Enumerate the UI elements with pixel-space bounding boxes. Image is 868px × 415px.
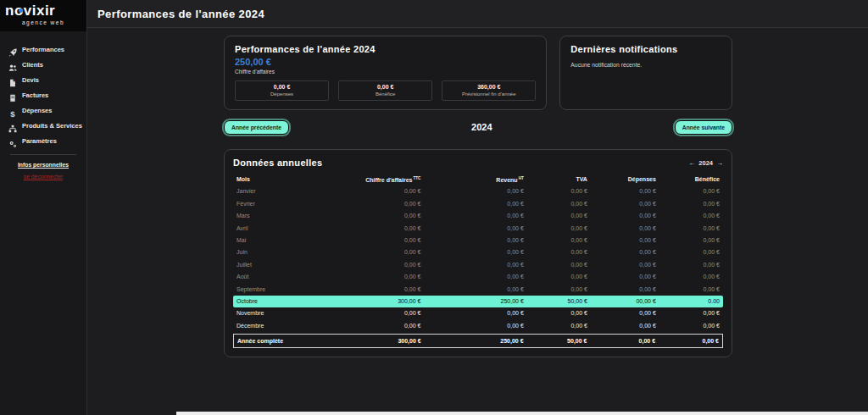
value-cell: 0,00 €: [527, 246, 591, 258]
value-cell: 0,00 €: [659, 259, 723, 271]
value-cell: 0,00 €: [591, 259, 659, 271]
table-year-label: 2024: [698, 159, 713, 167]
previous-year-button[interactable]: Année précédente: [224, 120, 289, 135]
metric-label: Bénéfice: [341, 91, 430, 97]
sidebar-item-clients[interactable]: Clients: [0, 57, 86, 72]
value-cell: 0,00 €: [527, 210, 591, 222]
column-label: Chiffre d'affaires: [365, 177, 412, 183]
value-cell: 0,00 €: [527, 259, 591, 271]
value-cell: 0,00 €: [527, 271, 591, 283]
column-sup: HT: [519, 176, 524, 180]
notifications-empty-text: Aucune notification récente.: [570, 62, 721, 68]
table-row-mars[interactable]: Mars0,00 €0,00 €0,00 €0,00 €0,00 €: [233, 210, 723, 222]
value-cell: 0,00 €: [424, 185, 526, 197]
column-label: Dépenses: [628, 176, 656, 182]
total-value-cell: 50,00 €: [527, 334, 591, 348]
column-header: TVA: [527, 174, 591, 185]
sidebar-item-parametres[interactable]: Paramètres: [0, 133, 86, 148]
table-body: Janvier0,00 €0,00 €0,00 €0,00 €0,00 €Fév…: [233, 185, 723, 332]
month-cell: Février: [233, 198, 331, 210]
column-label: Bénéfice: [695, 176, 720, 182]
sidebar-item-devis[interactable]: Devis: [0, 72, 86, 87]
notifications-card-title: Dernières notifications: [570, 44, 721, 54]
total-value-cell: 300,00 €: [331, 334, 424, 348]
sidebar-divider: [10, 154, 76, 155]
sidebar-item-label: Clients: [22, 61, 43, 69]
column-label: Revenu: [496, 177, 517, 183]
current-year-label: 2024: [471, 122, 492, 132]
month-cell: Juillet: [233, 259, 331, 271]
table-row-janvier[interactable]: Janvier0,00 €0,00 €0,00 €0,00 €0,00 €: [233, 185, 723, 197]
table-row-mai[interactable]: Mai0,00 €0,00 €0,00 €0,00 €0,00 €: [233, 235, 723, 246]
table-row-juillet[interactable]: Juillet0,00 €0,00 €0,00 €0,00 €0,00 €: [233, 259, 723, 271]
value-cell: 0,00 €: [659, 223, 723, 235]
month-cell: Novembre: [233, 307, 331, 319]
value-cell: 0.00: [659, 296, 723, 307]
table-row-décembre[interactable]: Décembre0,00 €0,00 €0,00 €0,00 €0,00 €: [233, 320, 723, 332]
sidebar-item-label: Factures: [22, 91, 48, 99]
value-cell: 0,00 €: [331, 198, 425, 210]
table-row-août[interactable]: Août0,00 €0,00 €0,00 €0,00 €0,00 €: [233, 271, 723, 283]
dollar-icon: $: [8, 106, 17, 114]
value-cell: 0,00 €: [331, 210, 425, 222]
metric-box: 0,00 €Dépenses: [235, 80, 329, 101]
next-year-button[interactable]: Année suivante: [675, 120, 732, 135]
value-cell: 0,00 €: [591, 185, 659, 197]
horizontal-scrollbar[interactable]: [176, 412, 868, 415]
document-icon: [8, 75, 17, 84]
sidebar-menu: PerformancesClientsDevisFactures$Dépense…: [0, 42, 86, 148]
sidebar-item-depenses[interactable]: $Dépenses: [0, 102, 86, 118]
value-cell: 0,00 €: [527, 223, 591, 235]
performance-card-title: Performances de l'année 2024: [235, 44, 536, 54]
column-header: Mois: [233, 174, 331, 185]
column-label: Mois: [236, 176, 250, 182]
value-cell: 0,00 €: [591, 284, 659, 296]
notifications-card: Dernières notifications Aucune notificat…: [559, 36, 732, 110]
value-cell: 300,00 €: [331, 296, 425, 307]
table-row-février[interactable]: Février0,00 €0,00 €0,00 €0,00 €0,00 €: [233, 198, 723, 210]
column-header: Bénéfice: [659, 174, 723, 185]
value-cell: 0,00 €: [591, 235, 659, 246]
value-cell: 0,00 €: [424, 198, 526, 210]
value-cell: 0,00 €: [591, 271, 659, 283]
table-row-octobre[interactable]: Octobre300,00 €250,00 €50,00 €00,00 €0.0…: [233, 296, 723, 307]
sidebar-item-performances[interactable]: Performances: [0, 42, 86, 57]
value-cell: 0,00 €: [527, 284, 591, 296]
value-cell: 0,00 €: [659, 246, 723, 258]
table-prev-year-arrow-icon[interactable]: ←: [688, 159, 695, 167]
month-cell: Septembre: [233, 284, 331, 296]
value-cell: 0,00 €: [331, 223, 425, 235]
value-cell: 0,00 €: [591, 210, 659, 222]
table-row-avril[interactable]: Avril0,00 €0,00 €0,00 €0,00 €0,00 €: [233, 223, 723, 235]
users-icon: [8, 60, 17, 69]
month-cell: Juin: [233, 246, 331, 258]
column-sup: TTC: [413, 176, 420, 180]
invoice-icon: [8, 91, 17, 99]
personal-info-link[interactable]: Infos personnelles: [0, 162, 86, 168]
value-cell: 0,00 €: [527, 320, 591, 332]
sidebar-item-produits-services[interactable]: Produits & Services: [0, 118, 86, 133]
value-cell: 0,00 €: [527, 307, 591, 319]
annual-data-table: MoisChiffre d'affairesTTCRevenuHTTVADépe…: [233, 174, 723, 348]
month-cell: Octobre: [233, 296, 331, 307]
value-cell: 0,00 €: [331, 271, 425, 283]
value-cell: 0,00 €: [424, 246, 526, 258]
value-cell: 0,00 €: [331, 307, 425, 319]
table-next-year-arrow-icon[interactable]: →: [716, 159, 723, 167]
brand-logo[interactable]: novixir agence web: [0, 0, 86, 31]
annual-data-card: Données annuelles ← 2024 → MoisChiffre d…: [224, 149, 732, 357]
table-row-novembre[interactable]: Novembre0,00 €0,00 €0,00 €0,00 €0,00 €: [233, 307, 723, 319]
table-row-juin[interactable]: Juin0,00 €0,00 €0,00 €0,00 €0,00 €: [233, 246, 723, 258]
value-cell: 50,00 €: [527, 296, 591, 307]
value-cell: 0,00 €: [331, 185, 425, 197]
gears-icon: [8, 136, 17, 145]
value-cell: 0,00 €: [591, 223, 659, 235]
sidebar-item-factures[interactable]: Factures: [0, 87, 86, 102]
sidebar-item-label: Dépenses: [22, 107, 52, 114]
month-cell: Mars: [233, 210, 331, 222]
table-row-septembre[interactable]: Septembre0,00 €0,00 €0,00 €0,00 €0,00 €: [233, 284, 723, 296]
revenue-label: Chiffre d'affaires: [235, 69, 536, 75]
value-cell: 0,00 €: [331, 320, 425, 332]
sidebar-item-label: Produits & Services: [22, 122, 82, 130]
logout-link[interactable]: se déconnecter: [0, 174, 86, 180]
